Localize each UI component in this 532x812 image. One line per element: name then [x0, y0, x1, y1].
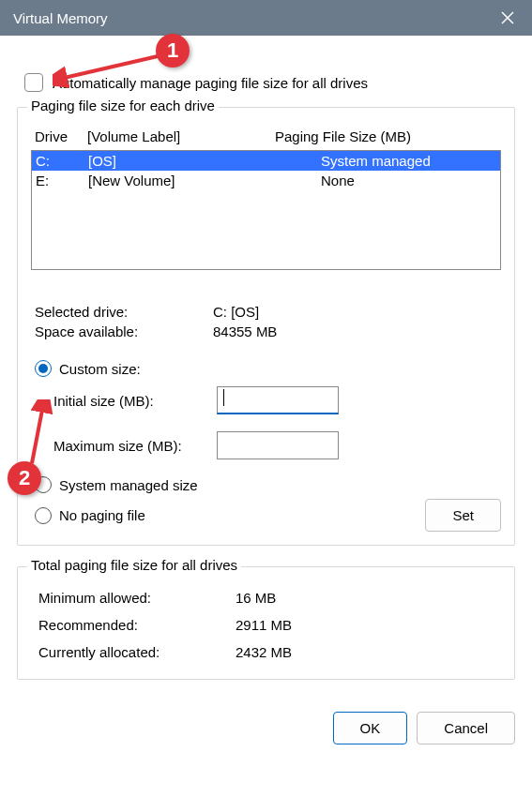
maximum-size-label: Maximum size (MB): — [53, 438, 217, 454]
selected-drive-label: Selected drive: — [35, 304, 213, 320]
totals-group-title: Total paging file size for all drives — [27, 557, 241, 573]
drive-row[interactable]: E: [New Volume] None — [32, 171, 500, 190]
drive-list[interactable]: C: [OS] System managed E: [New Volume] N… — [31, 150, 501, 270]
custom-size-radio[interactable] — [35, 360, 52, 377]
currently-allocated-value: 2432 MB — [236, 644, 292, 660]
drives-group-title: Paging file size for each drive — [27, 98, 219, 113]
svg-line-3 — [32, 405, 43, 463]
minimum-allowed-label: Minimum allowed: — [38, 590, 236, 606]
system-managed-label: System managed size — [59, 477, 198, 493]
titlebar: Virtual Memory — [0, 0, 532, 36]
no-paging-label: No paging file — [59, 507, 145, 523]
initial-size-label: Initial size (MB): — [53, 393, 217, 409]
totals-groupbox: Total paging file size for all drives Mi… — [17, 566, 515, 680]
drive-row[interactable]: C: [OS] System managed — [32, 151, 500, 171]
header-volume-label: [Volume Label] — [87, 128, 275, 144]
space-available-value: 84355 MB — [213, 323, 277, 339]
cancel-button[interactable]: Cancel — [417, 712, 515, 744]
maximum-size-input[interactable] — [217, 431, 339, 459]
drive-letter: E: — [36, 173, 88, 188]
custom-size-label: Custom size: — [59, 361, 141, 377]
recommended-label: Recommended: — [38, 617, 236, 633]
auto-manage-checkbox[interactable] — [24, 73, 43, 92]
selected-drive-value: C: [OS] — [213, 304, 259, 320]
window-title: Virtual Memory — [13, 10, 496, 26]
drive-letter: C: — [36, 153, 88, 169]
svg-line-2 — [60, 56, 158, 79]
header-drive: Drive — [35, 128, 87, 144]
drives-groupbox: Paging file size for each drive Drive [V… — [17, 107, 515, 546]
annotation-badge-2: 2 — [8, 461, 41, 495]
recommended-value: 2911 MB — [236, 617, 292, 633]
no-paging-radio[interactable] — [35, 507, 52, 524]
paging-size: None — [321, 173, 496, 188]
drive-list-header: Drive [Volume Label] Paging File Size (M… — [31, 125, 501, 150]
header-paging-size: Paging File Size (MB) — [275, 128, 497, 144]
annotation-arrow-2 — [26, 399, 54, 469]
volume-label: [OS] — [88, 153, 276, 169]
currently-allocated-label: Currently allocated: — [38, 644, 236, 660]
volume-label: [New Volume] — [88, 173, 276, 188]
paging-size: System managed — [321, 153, 496, 169]
annotation-badge-1: 1 — [156, 34, 190, 68]
ok-button[interactable]: OK — [333, 712, 408, 744]
annotation-arrow-1 — [53, 53, 165, 90]
space-available-label: Space available: — [35, 323, 213, 339]
close-icon[interactable] — [496, 7, 519, 29]
set-button[interactable]: Set — [425, 499, 501, 532]
minimum-allowed-value: 16 MB — [236, 590, 276, 606]
initial-size-input[interactable] — [217, 386, 339, 414]
